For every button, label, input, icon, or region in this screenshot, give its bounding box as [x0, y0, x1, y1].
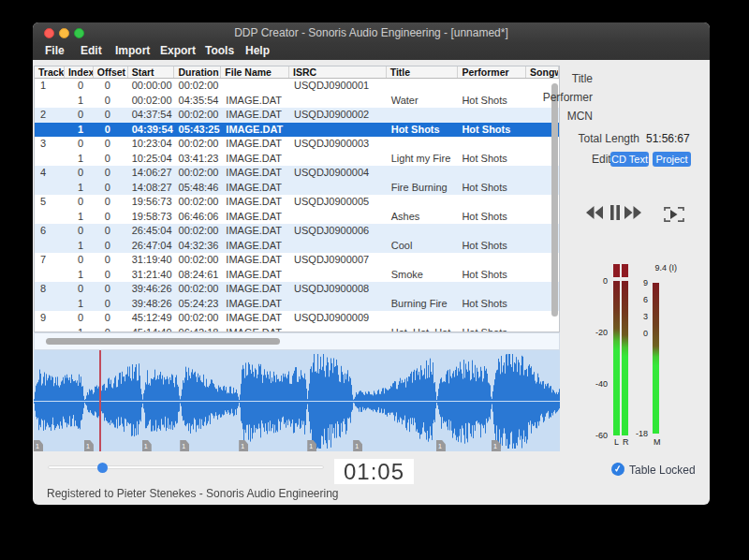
track-table: TrackIndexOffsetStartDurationFile NameIS… [34, 66, 560, 332]
table-row[interactable]: 70031:19:4000:02:00IMAGE.DATUSQDJ0900007 [35, 253, 559, 268]
cell-isrc [289, 326, 387, 333]
meter-label-l: L [614, 437, 619, 447]
seek-slider-thumb[interactable] [97, 463, 108, 473]
goto-marker-button[interactable] [664, 205, 684, 224]
cell-performer: Hot Shots [458, 152, 526, 167]
table-row[interactable]: 1010:25:0403:41:23IMAGE.DATLight my Fire… [35, 152, 559, 167]
cell-index: 1 [65, 239, 94, 254]
cell-start: 39:48:26 [128, 297, 175, 312]
cell-duration: 05:43:25 [175, 123, 222, 138]
table-row[interactable]: 1031:21:4008:24:61IMAGE.DATSmokeHot Shot… [35, 268, 559, 283]
seek-slider[interactable] [48, 465, 324, 469]
column-header-isrc[interactable]: ISRC [289, 66, 387, 78]
playback-cursor[interactable] [99, 350, 101, 451]
menu-help[interactable]: Help [245, 44, 270, 57]
cell-track: 6 [35, 224, 65, 239]
cell-duration: 06:46:06 [175, 210, 222, 225]
cell-file: IMAGE.DAT [221, 239, 289, 254]
column-header-track[interactable]: Track [35, 66, 65, 78]
menu-edit[interactable]: Edit [81, 44, 102, 57]
table-row[interactable]: 20004:37:5400:02:00IMAGE.DATUSQDJ0900002 [35, 108, 559, 123]
loudness-readout: 9.4 (I) [638, 263, 677, 273]
cell-file: IMAGE.DAT [221, 282, 289, 297]
menu-export[interactable]: Export [160, 44, 196, 57]
column-header-offset[interactable]: Offset [94, 66, 128, 78]
cell-track [35, 152, 65, 167]
cell-offset: 0 [94, 152, 128, 167]
cell-performer [458, 79, 526, 94]
column-header-performer[interactable]: Performer [458, 66, 526, 78]
table-row[interactable]: 10000:00:0000:02:00USQDJ0900001 [35, 79, 559, 94]
table-locked-label: Table Locked [629, 464, 696, 477]
meter-label-r: R [623, 437, 629, 447]
waveform-view[interactable]: 111111111 [34, 350, 560, 451]
horizontal-scrollbar-thumb[interactable] [46, 338, 280, 345]
table-row[interactable]: 50019:56:7300:02:00IMAGE.DATUSQDJ0900005 [35, 195, 559, 210]
titlebar[interactable]: DDP Creator - Sonoris Audio Engineering … [33, 22, 710, 43]
cell-duration: 05:48:46 [175, 181, 222, 196]
cell-offset: 0 [94, 195, 128, 210]
pause-button[interactable] [609, 204, 621, 221]
edit-label: Edit [592, 153, 611, 166]
column-header-title[interactable]: Title [387, 66, 459, 78]
menu-tools[interactable]: Tools [205, 44, 234, 57]
column-header-file-name[interactable]: File Name [221, 66, 289, 78]
fast-forward-button[interactable] [624, 204, 642, 221]
cell-duration: 05:24:23 [175, 297, 222, 312]
column-header-start[interactable]: Start [128, 66, 175, 78]
rewind-button[interactable] [585, 204, 604, 221]
lr-scale-20: -20 [591, 328, 608, 337]
cell-offset: 0 [94, 311, 128, 326]
cd-text-button[interactable]: CD Text [610, 152, 649, 167]
menu-file[interactable]: File [45, 44, 65, 57]
column-header-duration[interactable]: Duration [174, 66, 221, 78]
cell-isrc: USQDJ0900003 [289, 137, 387, 152]
cell-file: IMAGE.DAT [221, 166, 289, 181]
column-header-index[interactable]: Index [65, 66, 94, 78]
project-button[interactable]: Project [653, 152, 691, 167]
cell-performer [458, 195, 526, 210]
table-locked-checkbox[interactable]: ✓ [610, 462, 625, 477]
cell-isrc [289, 297, 387, 312]
table-row[interactable]: 90045:12:4900:02:00IMAGE.DATUSQDJ0900009 [35, 311, 559, 326]
table-row[interactable]: 80039:46:2600:02:00IMAGE.DATUSQDJ0900008 [35, 282, 559, 297]
horizontal-scrollbar-track[interactable] [34, 332, 560, 350]
cell-title: Smoke [387, 268, 459, 283]
cell-start: 00:02:00 [128, 94, 175, 109]
table-row[interactable]: 30010:23:0400:02:00IMAGE.DATUSQDJ0900003 [35, 137, 559, 152]
cell-songwriter [526, 326, 559, 333]
cell-index: 0 [65, 224, 94, 239]
table-row[interactable]: 1039:48:2605:24:23IMAGE.DATBurning FireH… [35, 297, 559, 312]
cell-track [35, 297, 65, 312]
table-row[interactable]: 60026:45:0400:02:00IMAGE.DATUSQDJ0900006 [35, 224, 559, 239]
table-row-selected[interactable]: 1004:39:5405:43:25IMAGE.DATHot ShotsHot … [35, 123, 559, 138]
table-row[interactable]: 1014:08:2705:48:46IMAGE.DATFire BurningH… [35, 181, 559, 196]
menu-import[interactable]: Import [115, 44, 150, 57]
cell-file: IMAGE.DAT [221, 224, 289, 239]
cell-isrc [289, 123, 387, 138]
cell-title: Hot, Hot, Hot [387, 326, 459, 333]
cell-offset: 0 [94, 224, 128, 239]
cell-offset: 0 [94, 94, 128, 109]
table-row[interactable]: 1026:47:0404:32:36IMAGE.DATCoolHot Shots [35, 239, 559, 254]
cell-index: 0 [65, 282, 94, 297]
cell-duration: 00:02:00 [175, 311, 222, 326]
cell-isrc: USQDJ0900006 [289, 224, 387, 239]
cell-performer: Hot Shots [458, 239, 526, 254]
cell-title: Ashes [387, 210, 459, 225]
table-row[interactable]: 1045:14:4906:42:18IMAGE.DATHot, Hot, Hot… [35, 326, 559, 333]
cell-file: IMAGE.DAT [221, 108, 289, 123]
cell-offset: 0 [94, 123, 128, 138]
table-row[interactable]: 1019:58:7306:46:06IMAGE.DATAshesHot Shot… [35, 210, 559, 225]
column-header-songw[interactable]: Songw [526, 66, 559, 78]
clip-indicator-right [622, 264, 628, 277]
cell-title [387, 253, 459, 268]
cell-isrc [289, 94, 387, 109]
cell-index: 0 [65, 195, 94, 210]
cell-offset: 0 [94, 108, 128, 123]
table-row[interactable]: 40014:06:2700:02:00IMAGE.DATUSQDJ0900004 [35, 166, 559, 181]
app-window: DDP Creator - Sonoris Audio Engineering … [33, 22, 710, 505]
cell-file: IMAGE.DAT [221, 195, 289, 210]
cell-index: 1 [65, 268, 94, 283]
table-row[interactable]: 1000:02:0004:35:54IMAGE.DATWaterHot Shot… [35, 94, 559, 109]
